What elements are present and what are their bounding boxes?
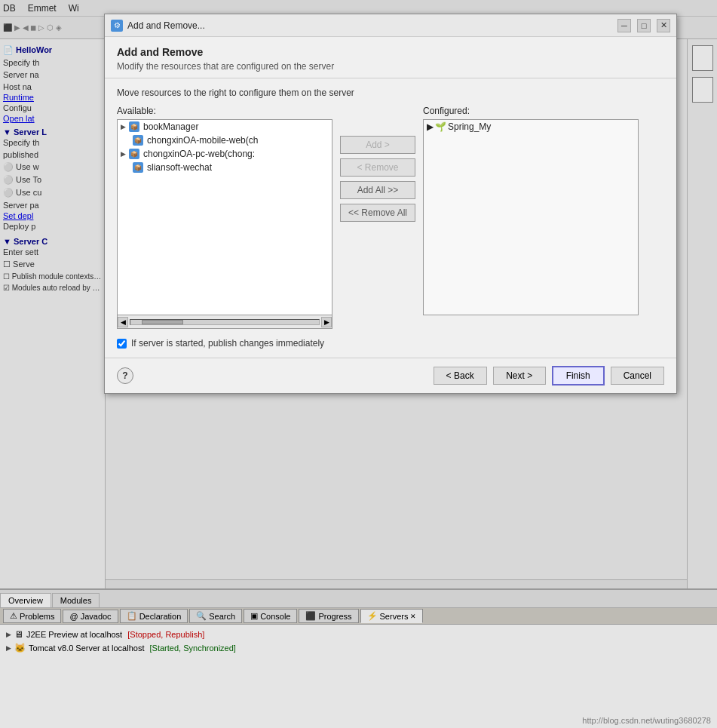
modal-body: Move resources to the right to configure… — [105, 78, 676, 358]
chongxin-pc-icon: 📦 — [129, 149, 139, 159]
bookmanager-text: bookManager — [143, 121, 198, 132]
configured-panel: Configured: ▶ 🌱 Spring_My — [423, 106, 639, 315]
spring-icon: 🌱 — [435, 121, 446, 132]
help-button[interactable]: ? — [117, 367, 133, 384]
modal-header: Add and Remove Modify the resources that… — [105, 37, 676, 78]
list-item-chongxin-mobile[interactable]: 📦 chongxinOA-mobile-web(ch — [118, 134, 332, 147]
list-item-chongxin-pc[interactable]: ▶ 📦 chongxinOA-pc-web(chong: — [118, 147, 332, 161]
next-button[interactable]: Next > — [493, 367, 546, 385]
add-button[interactable]: Add > — [340, 136, 415, 154]
available-list[interactable]: ▶ 📦 bookManager 📦 chongxinOA-mobile-web(… — [117, 119, 332, 315]
available-scrollbar[interactable]: ◀ ▶ — [117, 315, 332, 329]
scroll-right-btn[interactable]: ▶ — [321, 317, 332, 327]
scroll-left-btn[interactable]: ◀ — [118, 317, 128, 327]
configured-item-spring[interactable]: ▶ 🌱 Spring_My — [424, 120, 638, 134]
bookmanager-icon: 📦 — [129, 121, 139, 132]
modal-dialog: ⚙ Add and Remove... ─ □ ✕ Add and Remove… — [104, 14, 677, 394]
available-label: Available: — [117, 106, 332, 116]
publish-checkbox-label: If server is started, publish changes im… — [131, 338, 324, 349]
maximize-button[interactable]: □ — [637, 19, 651, 32]
modal-overlay: ⚙ Add and Remove... ─ □ ✕ Add and Remove… — [0, 0, 717, 728]
chongxin-mobile-icon: 📦 — [133, 135, 143, 146]
add-all-button[interactable]: Add All >> — [340, 181, 415, 199]
sliansoft-icon: 📦 — [133, 162, 143, 173]
modal-heading: Add and Remove — [117, 46, 664, 58]
resources-area: Available: ▶ 📦 bookManager 📦 chongxinOA-… — [117, 106, 664, 329]
chongxin-mobile-text: chongxinOA-mobile-web(ch — [147, 135, 258, 146]
remove-all-button[interactable]: << Remove All — [340, 204, 415, 222]
chongxin-pc-text: chongxinOA-pc-web(chong: — [143, 149, 255, 159]
available-panel: Available: ▶ 📦 bookManager 📦 chongxinOA-… — [117, 106, 332, 329]
modal-instruction: Move resources to the right to configure… — [117, 88, 664, 98]
publish-checkbox[interactable] — [117, 339, 127, 349]
configured-label: Configured: — [423, 106, 639, 116]
list-item-bookmanager[interactable]: ▶ 📦 bookManager — [118, 120, 332, 134]
finish-button[interactable]: Finish — [552, 366, 605, 386]
modal-description: Modify the resources that are configured… — [117, 61, 664, 72]
list-item-sliansoft[interactable]: 📦 sliansoft-wechat — [118, 161, 332, 174]
middle-buttons: Add > < Remove Add All >> << Remove All — [332, 106, 423, 222]
spring-arrow: ▶ — [427, 121, 434, 132]
modal-title-text: Add and Remove... — [127, 20, 611, 31]
remove-button[interactable]: < Remove — [340, 158, 415, 177]
back-button[interactable]: < Back — [434, 367, 487, 385]
scroll-thumb — [142, 320, 183, 324]
modal-titlebar: ⚙ Add and Remove... ─ □ ✕ — [105, 14, 676, 37]
minimize-button[interactable]: ─ — [617, 19, 631, 32]
scroll-track — [130, 319, 320, 325]
modal-footer: ? < Back Next > Finish Cancel — [105, 358, 676, 393]
spring-text: Spring_My — [448, 121, 491, 132]
sliansoft-text: sliansoft-wechat — [147, 162, 212, 173]
chongxin-pc-arrow: ▶ — [121, 150, 126, 158]
modal-title-icon: ⚙ — [111, 20, 123, 32]
close-button[interactable]: ✕ — [657, 19, 670, 32]
configured-list[interactable]: ▶ 🌱 Spring_My — [423, 119, 639, 315]
cancel-button[interactable]: Cancel — [611, 367, 664, 385]
publish-checkbox-row: If server is started, publish changes im… — [117, 338, 664, 349]
bookmanager-arrow: ▶ — [121, 123, 126, 131]
